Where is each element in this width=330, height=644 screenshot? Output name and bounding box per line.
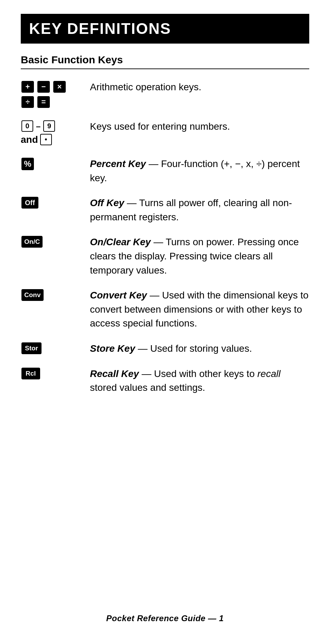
key-cell-off: Off [21,191,90,230]
numbers-description: Keys used for entering numbers. [90,121,230,132]
desc-cell-stor: Store Key — Used for storing values. [90,336,309,361]
nine-key: 9 [43,120,55,132]
desc-cell-off: Off Key — Turns all power off, clearing … [90,191,309,230]
definitions-table: + − × ÷ = Arithmetic operation keys. [21,75,309,401]
key-cell-stor: Stor [21,336,90,361]
divide-key: ÷ [21,96,34,108]
section-title: Basic Function Keys [21,54,309,69]
num-row-2: and • [21,133,90,146]
table-row: + − × ÷ = Arithmetic operation keys. [21,75,309,114]
multiply-key: × [53,81,66,93]
desc-cell-conv: Convert Key — Used with the dimensional … [90,283,309,336]
table-row: Off Off Key — Turns all power off, clear… [21,191,309,230]
off-key: Off [21,197,38,209]
dash-separator: – [36,121,40,131]
table-row: Stor Store Key — Used for storing values… [21,336,309,361]
arith-row-1: + − × [21,80,90,93]
key-cell-arithmetic: + − × ÷ = [21,75,90,114]
desc-cell-onc: On/Clear Key — Turns on power. Pressing … [90,230,309,283]
desc-cell-rcl: Recall Key — Used with other keys to rec… [90,361,309,401]
table-row: 0 – 9 and • Keys used for entering numbe… [21,114,309,151]
stor-key: Stor [21,342,42,354]
decimal-key: • [40,134,52,145]
header-banner: KEY DEFINITIONS [21,14,309,44]
table-row: Conv Convert Key — Used with the dimensi… [21,283,309,336]
key-cell-rcl: Rcl [21,361,90,401]
percent-key-label: Percent Key [90,158,146,169]
equals-key: = [37,96,50,108]
number-keys: 0 – 9 and • [21,120,90,146]
arithmetic-description: Arithmetic operation keys. [90,82,201,92]
table-row: % Percent Key — Four-function (+, −, x, … [21,151,309,191]
onc-key-label: On/Clear Key [90,237,151,247]
minus-key: − [37,81,50,93]
desc-cell-numbers: Keys used for entering numbers. [90,114,309,151]
table-row: On/C On/Clear Key — Turns on power. Pres… [21,230,309,283]
onc-key: On/C [21,236,43,248]
arithmetic-keys: + − × ÷ = [21,80,90,109]
stor-description: — Used for storing values. [135,343,252,354]
page-title: KEY DEFINITIONS [29,20,301,37]
rcl-key: Rcl [21,368,40,379]
zero-key: 0 [21,120,33,132]
key-cell-conv: Conv [21,283,90,336]
key-cell-onc: On/C [21,230,90,283]
and-label: and [21,134,38,145]
conv-key-label: Convert Key [90,290,147,301]
key-cell-numbers: 0 – 9 and • [21,114,90,151]
num-row-1: 0 – 9 [21,120,90,132]
off-key-label: Off Key [90,197,124,208]
desc-cell-percent: Percent Key — Four-function (+, −, x, ÷)… [90,151,309,191]
page-container: KEY DEFINITIONS Basic Function Keys + − … [0,0,330,644]
footer: Pocket Reference Guide — 1 [21,593,309,623]
arith-row-2: ÷ = [21,95,90,109]
rcl-key-label: Recall Key [90,368,139,379]
desc-cell-arithmetic: Arithmetic operation keys. [90,75,309,114]
conv-key: Conv [21,289,44,301]
table-row: Rcl Recall Key — Used with other keys to… [21,361,309,401]
key-cell-percent: % [21,151,90,191]
percent-key: % [21,158,34,170]
footer-text: Pocket Reference Guide — 1 [106,614,224,623]
stor-key-label: Store Key [90,343,135,354]
plus-key: + [21,81,34,93]
